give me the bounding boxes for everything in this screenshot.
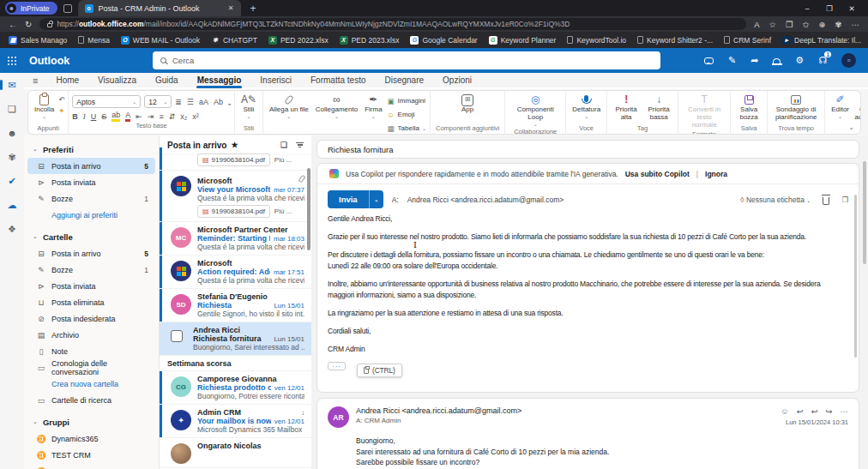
browser-tab[interactable]: o Posta - CRM Admin - Outlook ✕ bbox=[78, 0, 241, 16]
notifications-icon[interactable] bbox=[773, 58, 781, 65]
open-in-new-window-icon[interactable]: ❐ bbox=[841, 195, 848, 204]
folder-posta-indesiderata[interactable]: ⊘Posta indesiderata bbox=[27, 310, 155, 327]
message-item[interactable]: CG Camporese Giovanna Richiesta prodotto… bbox=[160, 371, 311, 405]
subscript-icon[interactable]: x₂ bbox=[180, 112, 187, 121]
images-button[interactable]: ▣Immagini bbox=[387, 95, 425, 106]
nav-toggle-icon[interactable]: ≡ bbox=[24, 75, 46, 86]
tab-actions-icon[interactable] bbox=[63, 4, 72, 13]
bookmark-item[interactable]: KeywordTool.io bbox=[567, 36, 626, 45]
recipient[interactable]: Andrea Ricci <andrea.ricci.adatum@gmail.… bbox=[407, 195, 564, 204]
strikethrough-icon[interactable]: S bbox=[101, 112, 106, 121]
message-item-selected[interactable]: Andrea Ricci Richiesta fornituraLun 15/0… bbox=[160, 322, 311, 356]
favorites-section-header[interactable]: ⌄Preferiti bbox=[24, 141, 159, 158]
message-item-partial-top[interactable]: ▤91990638104.pdf Più ... bbox=[160, 147, 311, 171]
high-priority-button[interactable]: ! Priorità alta bbox=[611, 93, 642, 123]
attachment-chip[interactable]: ▤91990838104.pdf bbox=[197, 205, 270, 218]
tab-visualizza[interactable]: Visualizza bbox=[88, 73, 146, 87]
new-tab-button[interactable]: + bbox=[247, 3, 260, 15]
bookmark-item[interactable]: CRM Serinf bbox=[724, 36, 771, 45]
bookmark-item[interactable]: OWEB MAIL - Outlook bbox=[121, 36, 200, 45]
bookmark-item[interactable]: ▸DeepL Translate: Il... bbox=[782, 36, 861, 45]
folder-bozze[interactable]: ✎Bozze1 bbox=[27, 262, 155, 278]
accessibility-button[interactable]: ✓ Controlla accessibilità bbox=[853, 93, 861, 123]
bookmark-item[interactable]: GKeyword Planner bbox=[489, 36, 557, 45]
message-item[interactable]: MC Microsoft Partner Center Reminder: St… bbox=[160, 222, 311, 256]
browser-essentials-icon[interactable]: ⊕ bbox=[819, 20, 826, 29]
link-button[interactable]: ∞ Collegamento⌄ bbox=[313, 93, 360, 120]
split-screen-icon[interactable]: ❐ bbox=[786, 20, 793, 29]
tab-close-icon[interactable]: ✕ bbox=[228, 4, 234, 12]
rail-todo-icon[interactable]: ✔ bbox=[5, 174, 19, 188]
loop-button[interactable]: ◎ Componenti Loop⌄ bbox=[509, 93, 562, 128]
dismiss-copilot-link[interactable]: Ignora bbox=[705, 170, 727, 178]
tab-guida[interactable]: Guida bbox=[146, 73, 188, 87]
chat-icon[interactable] bbox=[704, 57, 714, 64]
bookmark-item[interactable]: ✾CHATGPT bbox=[211, 36, 257, 45]
font-color-icon[interactable]: A bbox=[125, 111, 130, 122]
group-item-partial[interactable]: ♊ bbox=[27, 463, 155, 469]
collections-icon[interactable]: ✩ bbox=[803, 20, 810, 29]
reactions-icon[interactable]: ☺ bbox=[781, 406, 789, 416]
scheduling-poll-button[interactable]: Sondaggio di pianificazione bbox=[771, 93, 821, 123]
tab-disegnare[interactable]: Disegnare bbox=[375, 73, 433, 87]
add-to-favorites-link[interactable]: Aggiungi ai preferiti bbox=[27, 207, 155, 223]
url-field[interactable]: https://outlook.office.com/mail/inbox/id… bbox=[39, 18, 746, 30]
attach-file-button[interactable]: Allega un file⌄ bbox=[267, 93, 311, 120]
folder-posta-eliminata[interactable]: ⊔Posta eliminata bbox=[27, 294, 155, 310]
message-checkbox[interactable] bbox=[171, 330, 183, 342]
line-spacing-icon[interactable]: ⇵ bbox=[169, 112, 176, 121]
rail-engage-icon[interactable]: ✾ bbox=[5, 150, 19, 164]
message-item[interactable]: SD Stefania D'Eugenio RichiestaLun 15/01… bbox=[160, 289, 311, 322]
account-avatar[interactable]: ≡ bbox=[841, 53, 856, 68]
bookmark-item[interactable]: XPED 2022.xlsx bbox=[268, 36, 329, 45]
search-input[interactable]: Cerca bbox=[153, 51, 660, 69]
share-icon[interactable]: ➦ bbox=[750, 55, 758, 66]
group-dynamics365[interactable]: ♊Dynamics365 bbox=[27, 430, 155, 447]
bookmark-item[interactable]: Mensa bbox=[78, 36, 110, 45]
rail-chat-icon[interactable]: ❏ bbox=[5, 102, 19, 116]
editor-button[interactable]: ✐ Editor⌄ bbox=[829, 93, 852, 120]
compose-body[interactable]: Gentile Andrea Ricci, Grazie per il suo … bbox=[317, 212, 859, 392]
tab-messaggio[interactable]: Messaggio bbox=[188, 73, 251, 87]
compose-scrollbar[interactable] bbox=[854, 195, 858, 358]
extension-icon[interactable]: ✾ bbox=[835, 20, 842, 29]
undo-icon[interactable]: ↶ bbox=[58, 95, 64, 104]
table-button[interactable]: ▦Tabella⌄ bbox=[387, 123, 426, 134]
folder-posta-inviata[interactable]: ⊳Posta inviata bbox=[27, 278, 155, 294]
use-copilot-link[interactable]: Usa subito Copilot bbox=[625, 170, 690, 178]
sidebar-item-bozze[interactable]: ✎Bozze1 bbox=[27, 190, 155, 207]
favorite-star-icon[interactable]: ☆ bbox=[769, 20, 777, 29]
clear-formatting-icon[interactable]: Ab bbox=[214, 98, 223, 106]
low-priority-button[interactable]: ↓ Priorità bassa bbox=[643, 93, 674, 123]
folder-cartelle-di-ricerca[interactable]: ▭Cartelle di ricerca bbox=[27, 392, 155, 408]
window-close-button[interactable]: ✕ bbox=[841, 0, 863, 16]
bookmark-item[interactable]: XPED 2023.xlsx bbox=[340, 36, 400, 45]
reply-icon[interactable]: ↩ bbox=[797, 406, 804, 416]
quote-icon[interactable]: „ bbox=[228, 98, 231, 106]
underline-icon[interactable]: U bbox=[91, 112, 97, 121]
suggestion-bulb-icon[interactable]: ✦ bbox=[58, 106, 64, 115]
bookmark-item[interactable]: ▦Sales Manago bbox=[9, 36, 67, 45]
label-picker-button[interactable]: ◊ Nessuna etichetta ⌄ bbox=[740, 195, 811, 204]
folder-note[interactable]: ▯Note bbox=[27, 343, 155, 359]
browser-menu-icon[interactable]: ⋯ bbox=[852, 20, 860, 29]
superscript-icon[interactable]: x² bbox=[192, 112, 199, 121]
change-case-icon[interactable]: aA bbox=[199, 98, 208, 106]
forward-icon[interactable]: ↪ bbox=[826, 406, 833, 416]
groups-section-header[interactable]: ⌄Gruppi bbox=[24, 413, 159, 430]
window-restore-button[interactable]: ❐ bbox=[818, 0, 841, 16]
collapse-ribbon-icon[interactable]: ⌄ bbox=[848, 123, 854, 131]
app-launcher-icon[interactable] bbox=[0, 57, 24, 65]
sidebar-item-posta-in-arrivo[interactable]: ⊟Posta in arrivo5 bbox=[27, 158, 155, 174]
feedback-icon[interactable]: ✎ bbox=[728, 55, 736, 66]
rail-more-apps-icon[interactable]: ❖ bbox=[5, 222, 19, 236]
folder-archivio[interactable]: ▤Archivio bbox=[27, 327, 155, 343]
tab-opzioni[interactable]: Opzioni bbox=[433, 73, 481, 87]
font-family-select[interactable]: Aptos⌄ bbox=[72, 95, 141, 108]
message-item[interactable]: Microsoft View your Microsoft ...mer 07:… bbox=[160, 171, 311, 222]
rail-mail-icon[interactable]: ✉ bbox=[5, 78, 19, 92]
tab-home[interactable]: Home bbox=[46, 73, 88, 87]
highlight-icon[interactable]: ab bbox=[112, 111, 120, 122]
folder-cronologia[interactable]: ▭Cronologia delle conversazioni bbox=[27, 359, 155, 376]
rail-people-icon[interactable]: ☻ bbox=[5, 126, 19, 140]
